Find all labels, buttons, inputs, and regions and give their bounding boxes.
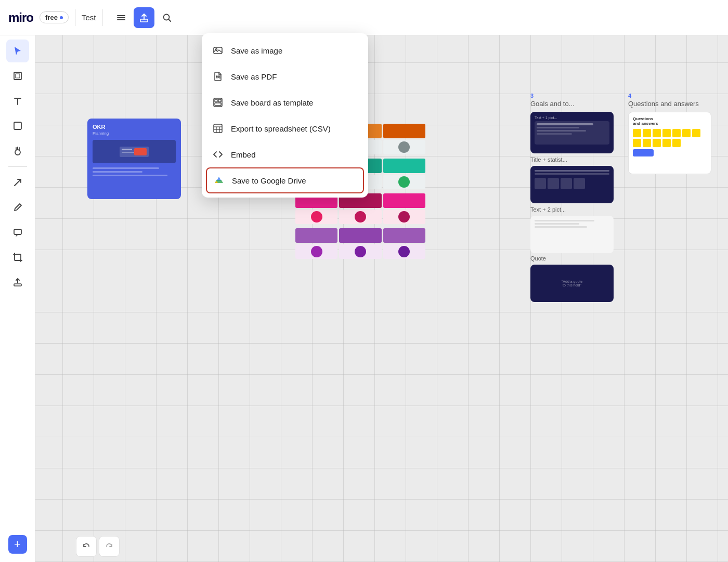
svg-rect-1 [117,17,125,18]
board-name: Test [82,13,96,22]
grid-cell [383,228,425,243]
avatar-cell [295,244,337,259]
svg-rect-24 [134,148,147,155]
export-csv-item[interactable]: Export to spreadsheet (CSV) [202,115,368,141]
image-icon [212,45,224,56]
header-divider-1 [75,9,75,26]
avatar-cell [383,140,425,154]
sidebar-divider-1 [8,166,27,167]
arrow-tool-button[interactable] [6,171,29,194]
export-dropdown: Save as image Save as PDF Save board as … [202,33,368,198]
svg-rect-14 [14,229,21,234]
google-drive-label: Save to Google Drive [232,176,306,185]
grid-cell [339,228,381,243]
grid-cell [383,124,425,138]
frame-crop-tool-button[interactable] [6,246,29,269]
okr-card-inner [93,140,176,163]
svg-rect-30 [215,103,221,106]
grid-cell [383,159,425,173]
avatar-cell [383,175,425,189]
svg-rect-22 [122,149,132,150]
okr-card-title: OKR [93,124,176,130]
plan-badge: free [40,11,69,23]
save-template-item[interactable]: Save board as template [202,89,368,115]
grid-cell [383,193,425,208]
text-tool-button[interactable] [6,89,29,112]
grid-pink [295,193,425,224]
section-num-3: 3 [530,93,620,99]
title-stat-card [530,166,614,203]
okr-card-subtitle: Planning [93,131,176,136]
share-button[interactable] [134,7,154,28]
pen-tool-button[interactable] [6,196,29,219]
export-csv-label: Export to spreadsheet (CSV) [231,124,331,133]
hand-tool-button[interactable] [6,139,29,162]
okr-card-lines [93,167,176,176]
avatar-cell [383,210,425,224]
svg-line-5 [169,19,171,21]
grid-purple [295,228,425,259]
sticky-note-tool-button[interactable] [6,114,29,137]
frame-tool-button[interactable] [6,64,29,87]
avatar-cell [339,244,381,259]
bottom-bar [76,536,120,557]
comment-tool-button[interactable] [6,221,29,244]
header-divider-2 [102,9,102,26]
right-panel: 3 Goals and to... Text + 1 pict... Ti [530,93,718,312]
embed-item[interactable]: Embed [202,141,368,167]
svg-line-13 [15,179,21,186]
save-pdf-item[interactable]: Save as PDF [202,63,368,89]
drive-icon [213,175,225,186]
table-icon [212,123,224,134]
section-num-4: 4 [628,93,718,99]
redo-button[interactable] [99,536,120,557]
svg-rect-8 [14,122,21,129]
pdf-icon [212,71,224,82]
svg-rect-20 [14,284,21,286]
undo-button[interactable] [76,536,97,557]
canvas-content: OKR Planning [35,35,728,562]
goals-section: 3 Goals and to... Text + 1 pict... Ti [530,93,620,302]
quote-label: Quote [530,255,620,262]
header: miro free Test [0,0,728,35]
grid-cell [295,228,337,243]
menu-button[interactable] [111,7,132,28]
svg-rect-15 [15,254,21,260]
code-icon [212,149,224,160]
svg-rect-0 [117,15,125,16]
avatar-cell [383,244,425,259]
okr-planning-card: OKR Planning [87,119,181,199]
svg-point-9 [15,150,20,155]
quote-dark-card: "Add a quoteto this field" [530,265,614,302]
upload-tool-button[interactable] [6,271,29,294]
template-icon [212,97,224,108]
svg-rect-28 [215,99,217,102]
save-template-label: Save board as template [231,98,313,107]
sidebar: + [0,35,35,562]
save-pdf-label: Save as PDF [231,72,277,81]
google-drive-item[interactable]: Save to Google Drive [206,167,364,193]
quote-card [530,216,614,253]
goals-template-card: Text + 1 pict... [530,112,614,153]
embed-label: Embed [231,150,256,159]
title-stat-label: Title + statist... [530,156,620,163]
save-image-label: Save as image [231,46,282,55]
avatar-cell [339,210,381,224]
header-icons [111,7,177,28]
add-button[interactable]: + [8,535,27,554]
questions-section: 4 Questions and answers Questionsand ans… [628,93,718,302]
svg-rect-7 [16,74,20,78]
save-image-item[interactable]: Save as image [202,37,368,63]
svg-rect-31 [214,124,222,133]
text-2-pict-label: Text + 2 pict... [530,206,620,213]
svg-rect-29 [218,99,221,102]
svg-rect-2 [117,19,125,20]
svg-rect-6 [14,72,21,80]
logo: miro [8,10,33,25]
plan-dot [60,16,63,19]
goals-title: Goals and to... [530,100,620,108]
cursor-tool-button[interactable] [6,40,29,62]
search-button[interactable] [157,7,177,28]
questions-title: Questions and answers [628,100,718,108]
avatar-cell [295,210,337,224]
